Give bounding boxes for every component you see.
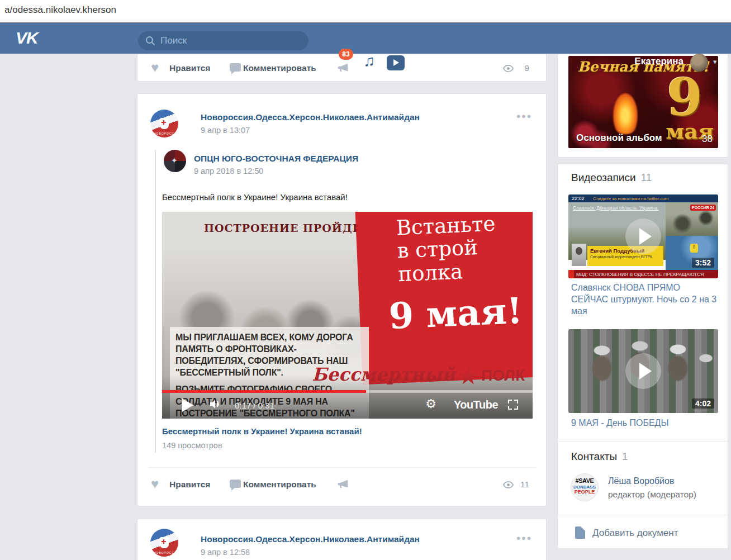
album-name[interactable]: Основной альбом (576, 132, 662, 144)
fullscreen-button[interactable] (508, 400, 518, 410)
contact-name-link[interactable]: Лёша Воробйов (608, 476, 674, 486)
sidebar-video-1-title[interactable]: Славянск СНОВА ПРЯМО СЕЙЧАС штурмуют. Но… (571, 282, 718, 317)
poster-banner-big: 9 мая! (388, 290, 523, 337)
ellipsis-menu-icon[interactable]: ••• (516, 110, 532, 123)
notifications-button[interactable]: 83 (330, 54, 356, 76)
chevron-down-icon[interactable]: ▾ (713, 58, 717, 66)
top-ticker: Следите за новостями на twitter.com (593, 196, 668, 201)
search-box[interactable] (138, 31, 308, 50)
repost-text: Бессмертный полк в Украине! Украина вста… (162, 192, 348, 202)
heart-icon[interactable]: ♥ (151, 476, 159, 492)
avatar-shield (160, 118, 169, 129)
controls-shade (162, 375, 533, 419)
comment-bubble-icon[interactable] (230, 63, 241, 72)
video-title-link[interactable]: Бессмертный полк в Украине! Украина вста… (162, 426, 362, 436)
album-count: 38 (702, 134, 713, 145)
avatar-caption: НОВОРОСС (154, 551, 174, 554)
megaphone-icon[interactable] (337, 478, 349, 492)
repost-date[interactable]: 9 апр 2018 в 12:50 (194, 167, 263, 175)
add-document-button[interactable]: Добавить документ (592, 528, 678, 539)
group-name-link[interactable]: Новороссия.Одесса.Херсон.Николаев.Антима… (201, 534, 420, 544)
search-input[interactable] (160, 34, 300, 48)
post-card-bottom: НОВОРОСС Новороссия.Одесса.Херсон.Никола… (137, 519, 547, 560)
gear-icon[interactable]: ⚙ (425, 397, 436, 411)
eye-icon (503, 481, 514, 491)
url-text[interactable]: a/odessa.nikolaev.kherson (4, 4, 116, 16)
notification-badge: 83 (339, 49, 353, 60)
youtube-logo[interactable]: YouTube (454, 398, 498, 411)
eye-icon (503, 64, 514, 74)
like-button[interactable]: Нравится (169, 63, 210, 73)
sidebar-modules-card: Видеозаписи11 Славянск. Донецкая область… (557, 164, 728, 549)
user-menu-name[interactable]: Екатерина (581, 56, 683, 67)
contacts-count: 1 (622, 450, 628, 462)
divider (558, 515, 728, 515)
heart-icon[interactable]: ♥ (151, 60, 159, 75)
play-icon[interactable] (625, 219, 661, 254)
avatar-caption: НОВОРОСС (154, 132, 174, 135)
videos-count: 11 (641, 172, 652, 183)
repost-quote-bar (155, 150, 156, 453)
contacts-section-heading: Контакты1 (571, 450, 628, 463)
divider (149, 467, 536, 468)
video-views-label: 149 просмотров (162, 441, 222, 450)
vk-logo[interactable]: VK (16, 29, 38, 48)
play-icon[interactable] (625, 353, 661, 389)
group-name-link[interactable]: Новороссия.Одесса.Херсон.Николаев.Антима… (201, 112, 420, 122)
poster-red-banner: Встаньте в строй полка 9 мая! (355, 212, 533, 385)
page: a/odessa.nikolaev.kherson VK 83 ♫ Екатер… (0, 0, 731, 560)
divider (558, 441, 728, 442)
views-count: 9 (524, 63, 529, 73)
video-time: 0:17 / 0:31 (235, 401, 274, 410)
comment-button[interactable]: Комментировать (243, 480, 316, 490)
album-banner-number: 9 (667, 72, 702, 123)
map-marker-icon (690, 244, 698, 253)
comment-button[interactable]: Комментировать (243, 63, 316, 73)
reporter-portrait (572, 244, 586, 266)
news-war-scene: РОССИЯ 24 (666, 202, 718, 236)
user-avatar[interactable] (690, 54, 708, 72)
ellipsis-menu-icon[interactable]: ••• (516, 531, 532, 545)
views-count: 11 (520, 480, 529, 490)
video-player[interactable]: ПОСТРОЕНИЕ ПРОЙДЕТ: Встаньте в строй пол… (162, 212, 533, 419)
channel-logo: РОССИЯ 24 (690, 205, 716, 211)
music-icon[interactable]: ♫ (363, 52, 375, 70)
videos-section-link[interactable]: Видеозаписи11 (571, 172, 652, 184)
post-actions: ♥ Нравится Комментировать 11 (137, 476, 546, 496)
contact-avatar[interactable]: #SAVE DONBASS PEOPLE (571, 473, 599, 501)
group-avatar[interactable]: НОВОРОСС (150, 529, 178, 557)
comment-bubble-icon[interactable] (230, 480, 241, 488)
group-avatar[interactable]: НОВОРОСС (150, 110, 178, 137)
vk-top-header: VK 83 ♫ Екатерина ▾ (0, 23, 731, 54)
news-top-bar: 22:02 Следите за новостями на twitter.co… (568, 194, 718, 202)
play-button[interactable] (182, 398, 193, 412)
video-progress-bar[interactable] (162, 390, 533, 393)
document-icon (575, 526, 585, 539)
video-duration: 4:02 (692, 398, 714, 409)
avatar-shield (160, 537, 169, 548)
poster-heading: ПОСТРОЕНИЕ ПРОЙДЕТ: (204, 222, 374, 234)
post-date[interactable]: 9 апр в 13:07 (201, 126, 250, 135)
sidebar-video-2-thumbnail[interactable]: 4:02 (568, 329, 718, 413)
contact-role: редактор (модератор) (608, 490, 696, 500)
repost-group-name-link[interactable]: ОПЦН ЮГО-ВОСТОЧНАЯ ФЕДЕРАЦИЯ (194, 154, 358, 164)
search-icon (145, 36, 155, 46)
video-icon[interactable] (387, 55, 405, 70)
post-card-main: НОВОРОСС Новороссия.Одесса.Херсон.Никола… (137, 93, 547, 506)
broadcast-time: 22:02 (572, 196, 585, 201)
poster-banner-text: Встаньте в строй полка (396, 212, 498, 286)
flame-graphic (609, 73, 642, 134)
news-location: Славянск. Донецкая область. Украина. (573, 205, 659, 211)
video-duration: 3:52 (692, 258, 714, 268)
sidebar-video-1-thumbnail[interactable]: Славянск. Донецкая область. Украина. РОС… (568, 194, 718, 278)
video-progress-fill (162, 390, 366, 393)
bottom-ticker: МВД: СТОЛКНОВЕНИЯ В ОДЕССЕ НЕ ПРЕКРАЩАЮТ… (568, 270, 718, 278)
repost-group-avatar[interactable] (164, 150, 186, 172)
volume-button[interactable] (209, 398, 222, 412)
post-date[interactable]: 9 апр в 12:58 (201, 548, 250, 557)
like-button[interactable]: Нравится (169, 480, 210, 490)
browser-address-bar[interactable]: a/odessa.nikolaev.kherson (0, 0, 731, 23)
sidebar-video-2-title[interactable]: 9 МАЯ - День ПОБЕДЫ (571, 417, 718, 429)
